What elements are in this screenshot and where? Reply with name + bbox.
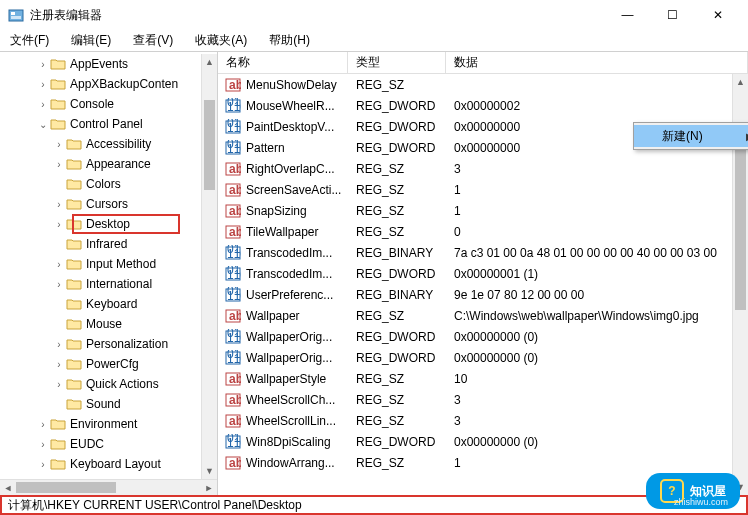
tree-twisty-icon[interactable]: › [36, 419, 50, 430]
folder-icon [66, 237, 82, 251]
value-row[interactable]: abWheelScrollLin...REG_SZ3 [218, 410, 748, 431]
tree-item-label: Cursors [86, 197, 128, 211]
tree-item-personalization[interactable]: ›Personalization [0, 334, 217, 354]
value-name: TileWallpaper [246, 225, 348, 239]
value-row[interactable]: abMenuShowDelayREG_SZ [218, 74, 748, 95]
value-row[interactable]: 011110UserPreferenc...REG_BINARY9e 1e 07… [218, 284, 748, 305]
menu-file[interactable]: 文件(F) [6, 30, 53, 51]
tree-item-cursors[interactable]: ›Cursors [0, 194, 217, 214]
tree-item-quick-actions[interactable]: ›Quick Actions [0, 374, 217, 394]
tree-twisty-icon[interactable]: › [52, 259, 66, 270]
menu-favorites[interactable]: 收藏夹(A) [191, 30, 251, 51]
menu-view[interactable]: 查看(V) [129, 30, 177, 51]
svg-text:ab: ab [229, 78, 241, 92]
tree-item-environment[interactable]: ›Environment [0, 414, 217, 434]
value-row[interactable]: 011110Win8DpiScalingREG_DWORD0x00000000 … [218, 431, 748, 452]
tree-twisty-icon[interactable]: › [52, 199, 66, 210]
tree-twisty-icon[interactable]: › [52, 219, 66, 230]
string-value-icon: ab [224, 392, 242, 408]
window-title: 注册表编辑器 [30, 7, 605, 24]
tree-item-colors[interactable]: Colors [0, 174, 217, 194]
tree-item-console[interactable]: ›Console [0, 94, 217, 114]
tree-item-international[interactable]: ›International [0, 274, 217, 294]
menu-edit[interactable]: 编辑(E) [67, 30, 115, 51]
tree-h-scrollbar[interactable]: ◄► [0, 479, 217, 495]
string-value-icon: ab [224, 77, 242, 93]
binary-value-icon: 011110 [224, 245, 242, 261]
value-name: MenuShowDelay [246, 78, 348, 92]
value-type: REG_SZ [348, 162, 446, 176]
value-row[interactable]: 011110WallpaperOrig...REG_DWORD0x0000000… [218, 347, 748, 368]
folder-icon [50, 57, 66, 71]
close-button[interactable]: ✕ [695, 0, 740, 30]
svg-text:ab: ab [229, 309, 241, 323]
value-row[interactable]: abWallpaperREG_SZC:\Windows\web\wallpape… [218, 305, 748, 326]
value-row[interactable]: 011110TranscodedIm...REG_BINARY7a c3 01 … [218, 242, 748, 263]
tree-twisty-icon[interactable]: › [52, 159, 66, 170]
tree-twisty-icon[interactable]: › [36, 79, 50, 90]
tree-item-keyboard-layout[interactable]: ›Keyboard Layout [0, 454, 217, 474]
folder-icon [66, 157, 82, 171]
value-name: Win8DpiScaling [246, 435, 348, 449]
tree-twisty-icon[interactable]: › [36, 99, 50, 110]
col-type[interactable]: 类型 [348, 52, 446, 73]
tree-twisty-icon[interactable]: › [52, 139, 66, 150]
tree-item-input-method[interactable]: ›Input Method [0, 254, 217, 274]
value-row[interactable]: abWheelScrollCh...REG_SZ3 [218, 389, 748, 410]
tree-twisty-icon[interactable]: › [36, 439, 50, 450]
value-type: REG_BINARY [348, 246, 446, 260]
tree-item-mouse[interactable]: Mouse [0, 314, 217, 334]
value-row[interactable]: abSnapSizingREG_SZ1 [218, 200, 748, 221]
menu-help[interactable]: 帮助(H) [265, 30, 314, 51]
svg-text:ab: ab [229, 456, 241, 470]
value-type: REG_SZ [348, 183, 446, 197]
tree-twisty-icon[interactable]: › [52, 359, 66, 370]
tree-v-scrollbar[interactable]: ▲▼ [201, 54, 217, 479]
tree-item-appxbackupconten[interactable]: ›AppXBackupConten [0, 74, 217, 94]
value-type: REG_DWORD [348, 141, 446, 155]
tree-item-infrared[interactable]: Infrared [0, 234, 217, 254]
tree-item-label: International [86, 277, 152, 291]
watermark-sub: zhishiwu.com [674, 497, 728, 507]
minimize-button[interactable]: — [605, 0, 650, 30]
tree-twisty-icon[interactable]: › [36, 459, 50, 470]
value-row[interactable]: abTileWallpaperREG_SZ0 [218, 221, 748, 242]
value-name: Pattern [246, 141, 348, 155]
tree-item-label: EUDC [70, 437, 104, 451]
tree-item-sound[interactable]: Sound [0, 394, 217, 414]
binary-value-icon: 011110 [224, 140, 242, 156]
tree-item-label: Mouse [86, 317, 122, 331]
tree-twisty-icon[interactable]: › [36, 59, 50, 70]
value-row[interactable]: abRightOverlapC...REG_SZ3 [218, 158, 748, 179]
value-row[interactable]: abWindowArrang...REG_SZ1 [218, 452, 748, 473]
col-name[interactable]: 名称 [218, 52, 348, 73]
tree-item-powercfg[interactable]: ›PowerCfg [0, 354, 217, 374]
tree-twisty-icon[interactable]: › [52, 339, 66, 350]
tree-twisty-icon[interactable]: ⌄ [36, 119, 50, 130]
folder-icon [50, 117, 66, 131]
svg-text:ab: ab [229, 162, 241, 176]
tree-item-control-panel[interactable]: ⌄Control Panel [0, 114, 217, 134]
svg-rect-0 [9, 10, 23, 21]
tree-item-accessibility[interactable]: ›Accessibility [0, 134, 217, 154]
tree-item-desktop[interactable]: ›Desktop [0, 214, 217, 234]
value-row[interactable]: abScreenSaveActi...REG_SZ1 [218, 179, 748, 200]
value-data: 10 [446, 372, 748, 386]
tree-item-label: Keyboard Layout [70, 457, 161, 471]
folder-icon [66, 317, 82, 331]
col-data[interactable]: 数据 [446, 52, 748, 73]
value-row[interactable]: 011110TranscodedIm...REG_DWORD0x00000001… [218, 263, 748, 284]
value-row[interactable]: 011110WallpaperOrig...REG_DWORD0x0000000… [218, 326, 748, 347]
value-name: WindowArrang... [246, 456, 348, 470]
tree-item-eudc[interactable]: ›EUDC [0, 434, 217, 454]
tree-item-appearance[interactable]: ›Appearance [0, 154, 217, 174]
tree-item-appevents[interactable]: ›AppEvents [0, 54, 217, 74]
tree-twisty-icon[interactable]: › [52, 279, 66, 290]
value-row[interactable]: abWallpaperStyleREG_SZ10 [218, 368, 748, 389]
svg-text:110: 110 [227, 247, 241, 261]
maximize-button[interactable]: ☐ [650, 0, 695, 30]
ctx-new[interactable]: 新建(N)▶ [634, 125, 748, 147]
value-row[interactable]: 011110MouseWheelR...REG_DWORD0x00000002 [218, 95, 748, 116]
tree-item-keyboard[interactable]: Keyboard [0, 294, 217, 314]
tree-twisty-icon[interactable]: › [52, 379, 66, 390]
